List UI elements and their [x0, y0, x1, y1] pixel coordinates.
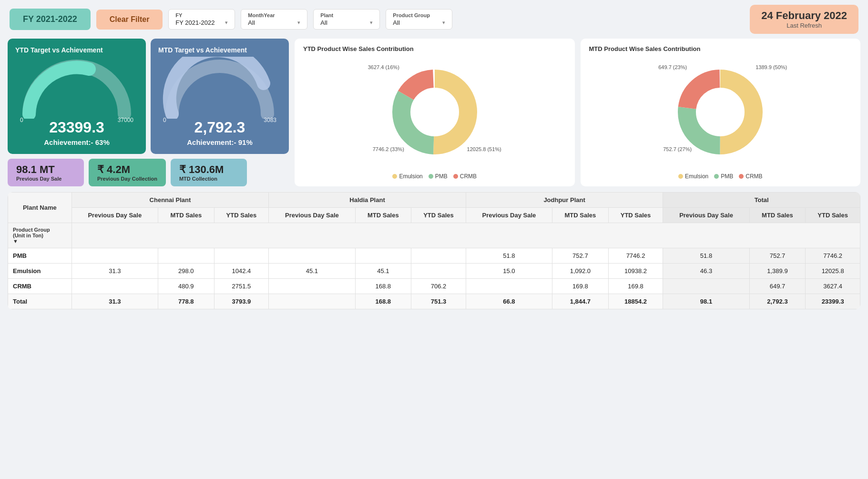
cell-total-ytd: 23399.3	[806, 294, 860, 309]
crmb-dot-mtd	[739, 174, 744, 179]
th-jodhpur: Jodhpur Plant	[466, 193, 663, 208]
cell-haldia-prev	[269, 294, 355, 309]
chevron-down-icon: ▾	[442, 20, 445, 26]
th-product-group: Product Group(Unit in Ton)▼	[8, 223, 72, 248]
cell-chennai-ytd	[214, 248, 269, 264]
cell-chennai-mtd	[158, 248, 214, 264]
ytd-donut-legend: Emulsion PMB CRMB	[303, 173, 566, 180]
pmb-dot-mtd	[714, 174, 719, 179]
main-content: YTD Target vs Achievement 0 37000	[0, 39, 868, 317]
mtd-donut-body: 649.7 (23%) 1389.9 (50%) 752.7 (27%)	[589, 56, 852, 169]
th-chennai-ytd: YTD Sales	[214, 208, 269, 223]
ytd-gauge-value: 23399.3	[49, 119, 104, 136]
cell-jodhpur-mtd: 1,844.7	[552, 294, 609, 309]
cell-total-mtd: 1,389.9	[749, 264, 806, 279]
cell-haldia-ytd	[411, 264, 466, 279]
mtd-collection-label: MTD Collection	[179, 176, 238, 182]
svg-point-7	[696, 88, 744, 136]
cell-total-mtd: 2,792.3	[749, 294, 806, 309]
cell-chennai-prev	[71, 279, 158, 294]
sales-table: Plant Name Chennai Plant Haldia Plant Jo…	[8, 192, 860, 309]
ytd-gauge-title: YTD Target vs Achievement	[15, 46, 103, 54]
ytd-donut-body: 3627.4 (16%) 7746.2 (33%) 12025.8 (51%)	[303, 56, 566, 169]
cell-haldia-ytd: 706.2	[411, 279, 466, 294]
chevron-down-icon: ▾	[297, 20, 300, 26]
cell-chennai-mtd: 298.0	[158, 264, 214, 279]
cell-total-prev: 46.3	[663, 264, 749, 279]
plant-filter-value: All	[320, 19, 327, 26]
cell-total-mtd: 752.7	[749, 248, 806, 264]
cell-chennai-ytd: 1042.4	[214, 264, 269, 279]
cell-jodhpur-ytd: 10938.2	[608, 264, 663, 279]
cell-haldia-ytd	[411, 248, 466, 264]
legend-crmb: CRMB	[453, 173, 477, 180]
cell-haldia-prev	[269, 248, 355, 264]
th-chennai: Chennai Plant	[71, 193, 269, 208]
mtd-label-pmb: 752.7 (27%)	[663, 146, 692, 152]
plant-filter[interactable]: Plant All ▾	[313, 9, 380, 30]
cell-total-ytd: 12025.8	[806, 264, 860, 279]
ytd-gauge-card: YTD Target vs Achievement 0 37000	[8, 39, 146, 154]
cell-chennai-prev: 31.3	[71, 264, 158, 279]
emulsion-dot	[392, 174, 397, 179]
crmb-label-mtd: CRMB	[745, 173, 762, 180]
monthyear-filter-label: MonthYear	[248, 12, 300, 18]
th-plant-name: Plant Name	[8, 193, 72, 223]
product-group-filter-value: All	[393, 19, 399, 26]
crmb-label: CRMB	[460, 173, 477, 180]
th-jodhpur-ytd: YTD Sales	[608, 208, 663, 223]
svg-point-3	[411, 88, 459, 136]
cell-haldia-ytd: 751.3	[411, 294, 466, 309]
product-group-filter-label: Product Group	[393, 12, 445, 18]
cell-total-mtd: 649.7	[749, 279, 806, 294]
refresh-text: Last Refresh	[761, 22, 847, 29]
cell-total-ytd: 7746.2	[806, 248, 860, 264]
cell-haldia-mtd: 45.1	[355, 264, 411, 279]
legend-pmb: PMB	[429, 173, 448, 180]
cell-chennai-prev: 31.3	[71, 294, 158, 309]
mtd-achievement: Achievement:- 91%	[187, 138, 253, 146]
cell-jodhpur-mtd: 169.8	[552, 279, 609, 294]
pmb-dot	[429, 174, 433, 179]
mtd-donut-chart-wrapper: 649.7 (23%) 1389.9 (50%) 752.7 (27%)	[668, 60, 773, 166]
gauge-row: YTD Target vs Achievement 0 37000	[8, 39, 289, 154]
monthyear-filter[interactable]: MonthYear All ▾	[241, 9, 307, 30]
prev-day-collection-value: ₹ 4.2M	[97, 163, 157, 176]
mtd-label-emulsion: 1389.9 (50%)	[756, 64, 787, 70]
left-col: YTD Target vs Achievement 0 37000	[8, 39, 289, 186]
clear-filter-button[interactable]: Clear Filter	[96, 10, 163, 30]
mtd-label-crmb: 649.7 (23%)	[658, 64, 687, 70]
product-group-filter[interactable]: Product Group All ▾	[386, 9, 452, 30]
ytd-label-crmb: 3627.4 (16%)	[368, 64, 399, 70]
ytd-donut-title: YTD Product Wise Sales Contribution	[303, 45, 566, 52]
th-haldia-mtd: MTD Sales	[355, 208, 411, 223]
mtd-gauge-wrapper	[163, 57, 277, 119]
mtd-donut-card: MTD Product Wise Sales Contribution 649.…	[581, 39, 861, 186]
fy-filter[interactable]: FY FY 2021-2022 ▾	[168, 9, 235, 30]
cell-haldia-mtd	[355, 248, 411, 264]
th-jodhpur-prev: Previous Day Sale	[466, 208, 552, 223]
fy-filter-label: FY	[175, 12, 228, 18]
cell-jodhpur-ytd: 7746.2	[608, 248, 663, 264]
cell-chennai-ytd: 2751.5	[214, 279, 269, 294]
crmb-dot	[453, 174, 458, 179]
cell-chennai-ytd: 3793.9	[214, 294, 269, 309]
pmb-label: PMB	[435, 173, 448, 180]
th-haldia: Haldia Plant	[269, 193, 466, 208]
ytd-gauge-wrapper	[20, 57, 134, 119]
legend-pmb-mtd: PMB	[714, 173, 733, 180]
date-badge: 24 February 2022 Last Refresh	[750, 5, 858, 34]
fy-badge: FY 2021-2022	[10, 9, 91, 30]
cell-jodhpur-prev: 66.8	[466, 294, 552, 309]
th-total: Total	[663, 193, 860, 208]
fy-filter-value: FY 2021-2022	[175, 19, 214, 26]
cell-jodhpur-prev	[466, 279, 552, 294]
plant-filter-label: Plant	[320, 12, 373, 18]
prev-day-sale-label: Previous Day Sale	[16, 176, 75, 182]
cell-chennai-mtd: 480.9	[158, 279, 214, 294]
pmb-label-mtd: PMB	[721, 173, 733, 180]
prev-day-collection-label: Previous Day Collection	[97, 176, 157, 182]
mtd-collection-card: ₹ 130.6M MTD Collection	[171, 159, 247, 186]
th-haldia-ytd: YTD Sales	[411, 208, 466, 223]
prev-day-sale-card: 98.1 MT Previous Day Sale	[8, 159, 84, 186]
